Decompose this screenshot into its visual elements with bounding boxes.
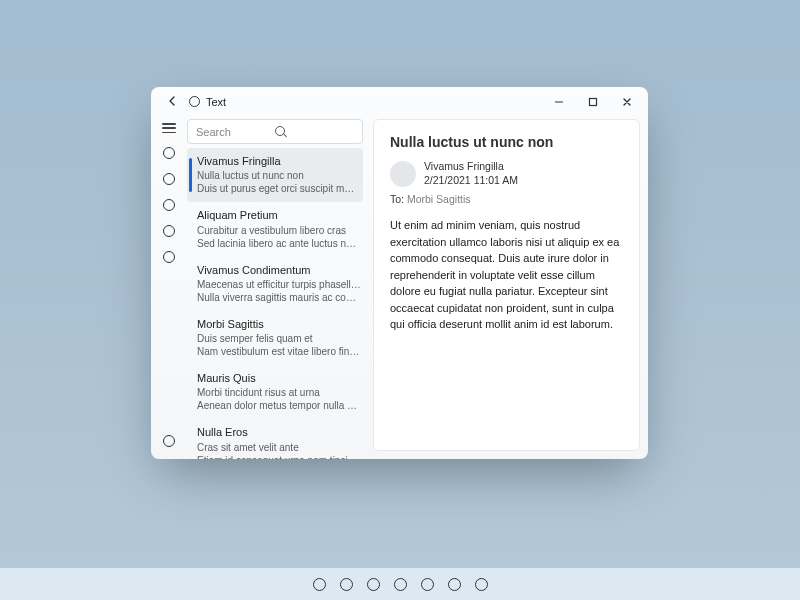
nav-item-bottom[interactable]: [163, 435, 175, 447]
mail-preview: Sed lacinia libero ac ante luctus nec in…: [197, 237, 361, 250]
taskbar-item-3[interactable]: [367, 578, 380, 591]
mail-subject: Curabitur a vestibulum libero cras: [197, 224, 361, 237]
to-label: To:: [390, 193, 404, 205]
nav-item-2[interactable]: [163, 173, 175, 185]
avatar: [390, 161, 416, 187]
mail-subject: Nulla luctus ut nunc non: [197, 169, 355, 182]
app-icon: [189, 96, 200, 109]
reading-subject: Nulla luctus ut nunc non: [390, 134, 623, 150]
taskbar-item-6[interactable]: [448, 578, 461, 591]
mail-sender: Aliquam Pretium: [197, 208, 361, 222]
mail-preview: Nulla viverra sagittis mauris ac convall…: [197, 291, 361, 304]
taskbar: [0, 568, 800, 600]
search-input[interactable]: Search: [187, 119, 363, 144]
mail-preview: Nam vestibulum est vitae libero finibus …: [197, 345, 361, 358]
svg-rect-1: [590, 99, 597, 106]
app-title: Text: [206, 96, 226, 108]
mail-sender: Vivamus Condimentum: [197, 263, 361, 277]
mail-item-0[interactable]: Vivamus Fringilla Nulla luctus ut nunc n…: [187, 148, 363, 202]
close-button[interactable]: [610, 88, 644, 116]
reading-pane: Nulla luctus ut nunc non Vivamus Fringil…: [373, 119, 640, 451]
back-button[interactable]: [161, 91, 185, 114]
reading-body: Ut enim ad minim veniam, quis nostrud ex…: [390, 217, 623, 333]
nav-item-4[interactable]: [163, 225, 175, 237]
mail-subject: Morbi tincidunt risus at urna: [197, 386, 361, 399]
mail-item-3[interactable]: Morbi Sagittis Duis semper felis quam et…: [187, 311, 369, 365]
nav-item-3[interactable]: [163, 199, 175, 211]
mail-subject: Cras sit amet velit ante: [197, 441, 361, 454]
app-window: Text Search Vivamus Fringilla Nulla luct…: [151, 87, 648, 459]
mail-list: Vivamus Fringilla Nulla luctus ut nunc n…: [187, 148, 369, 459]
mail-preview: Duis ut purus eget orci suscipit malesua…: [197, 182, 355, 195]
window-body: Search Vivamus Fringilla Nulla luctus ut…: [151, 117, 648, 459]
taskbar-item-2[interactable]: [340, 578, 353, 591]
titlebar: Text: [151, 87, 648, 117]
mail-item-5[interactable]: Nulla Eros Cras sit amet velit ante Etia…: [187, 419, 369, 459]
mail-preview: Aenean dolor metus tempor nulla ac dapib…: [197, 399, 361, 412]
taskbar-item-7[interactable]: [475, 578, 488, 591]
nav-item-5[interactable]: [163, 251, 175, 263]
reading-meta: Vivamus Fringilla 2/21/2021 11:01 AM: [390, 160, 623, 187]
mail-sender: Morbi Sagittis: [197, 317, 361, 331]
nav-rail: [151, 117, 187, 459]
to-value: Morbi Sagittis: [407, 193, 471, 205]
search-icon: [275, 126, 354, 138]
mail-item-1[interactable]: Aliquam Pretium Curabitur a vestibulum l…: [187, 202, 369, 256]
mail-preview: Etiam id consequat urna nam tincidunt: [197, 454, 361, 459]
mail-subject: Maecenas ut efficitur turpis phasellus: [197, 278, 361, 291]
hamburger-icon[interactable]: [162, 123, 176, 133]
maximize-button[interactable]: [576, 88, 610, 116]
reading-to: To: Morbi Sagittis: [390, 193, 623, 205]
reading-sender: Vivamus Fringilla: [424, 160, 518, 174]
mail-sender: Mauris Quis: [197, 371, 361, 385]
mail-sender: Nulla Eros: [197, 425, 361, 439]
mail-sender: Vivamus Fringilla: [197, 154, 355, 168]
search-placeholder: Search: [196, 126, 275, 138]
minimize-button[interactable]: [542, 88, 576, 116]
mail-subject: Duis semper felis quam et: [197, 332, 361, 345]
mail-item-2[interactable]: Vivamus Condimentum Maecenas ut efficitu…: [187, 257, 369, 311]
taskbar-item-1[interactable]: [313, 578, 326, 591]
taskbar-item-5[interactable]: [421, 578, 434, 591]
nav-item-1[interactable]: [163, 147, 175, 159]
mail-item-4[interactable]: Mauris Quis Morbi tincidunt risus at urn…: [187, 365, 369, 419]
reading-datetime: 2/21/2021 11:01 AM: [424, 174, 518, 188]
taskbar-item-4[interactable]: [394, 578, 407, 591]
list-pane: Search Vivamus Fringilla Nulla luctus ut…: [187, 117, 369, 459]
